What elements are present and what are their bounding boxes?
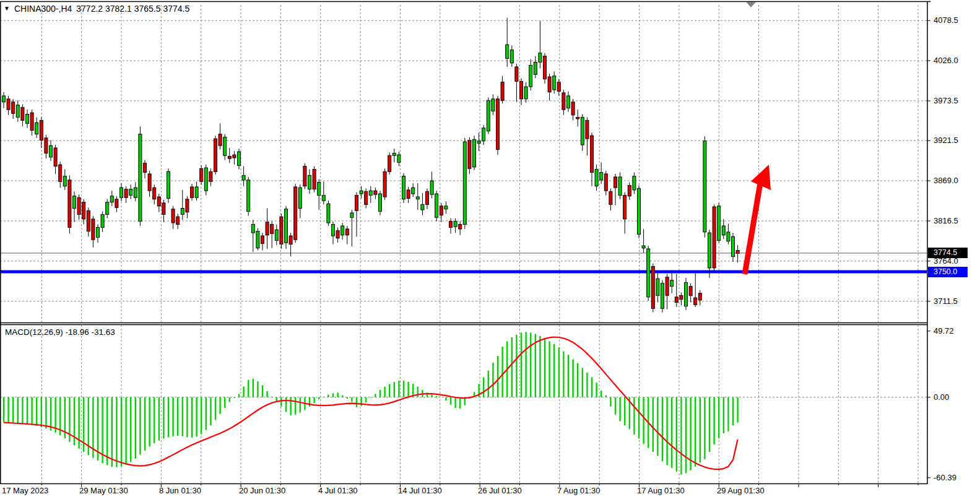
candle-bullish (482, 128, 485, 141)
time-axis-label: 4 Jul 01:30 (318, 486, 358, 495)
price-axis-label: 4026.0 (934, 56, 958, 65)
candle-bullish (97, 227, 100, 237)
candle-bullish (487, 100, 490, 131)
time-axis-label: 8 Jun 01:30 (159, 486, 201, 495)
candle-bearish (383, 171, 386, 197)
price-axis-label: 4078.5 (934, 15, 958, 25)
candle-bullish (308, 175, 311, 189)
candle-bullish (242, 175, 245, 180)
candle-bearish (92, 219, 95, 240)
candle-bullish (638, 188, 641, 234)
macd-signal-line (4, 337, 738, 470)
candle-bullish (685, 282, 688, 306)
candle-bullish (600, 172, 603, 180)
time-axis-label: 17 Aug 01:30 (637, 486, 685, 495)
macd-axis-label: 49.72 (934, 326, 954, 335)
candle-bullish (670, 280, 674, 287)
candle-bearish (40, 120, 43, 140)
candle-bearish (571, 102, 575, 115)
candle-bearish (651, 266, 654, 308)
candle-bullish (256, 232, 259, 248)
candle-bearish (68, 180, 71, 228)
chart-window: ▼ CHINA300-,H4 3772.2 3782.1 3765.5 3774… (0, 0, 980, 502)
candle-bearish (153, 188, 156, 199)
candle-bearish (191, 187, 194, 197)
candle-bearish (426, 191, 429, 204)
candle-bearish (77, 197, 80, 214)
candle-bearish (689, 287, 692, 296)
candle-bearish (176, 217, 180, 224)
candle-bullish (581, 117, 584, 144)
price-axis-label: 3973.5 (934, 96, 958, 105)
candle-bearish (12, 102, 15, 114)
candle-bearish (186, 199, 189, 212)
candle-bullish (722, 226, 725, 235)
candle-bullish (73, 196, 76, 209)
candle-bullish (492, 99, 495, 111)
candle-bullish (238, 152, 241, 165)
candle-bullish (642, 246, 645, 248)
price-axis-label: 3764.0 (934, 256, 958, 266)
candle-bearish (666, 277, 669, 296)
candle-bullish (397, 155, 401, 162)
candle-bullish (539, 53, 542, 63)
candle-bearish (124, 189, 128, 198)
candle-bullish (510, 50, 513, 63)
candle-bearish (355, 196, 358, 211)
candle-bearish (407, 190, 410, 199)
chart-canvas[interactable] (0, 0, 980, 502)
candle-bearish (365, 191, 368, 204)
candle-bearish (171, 209, 175, 223)
candle-bullish (703, 141, 706, 232)
collapse-icon[interactable]: ▼ (4, 4, 10, 13)
candle-bullish (718, 206, 721, 241)
candle-bullish (134, 188, 137, 197)
candle-bullish (26, 115, 29, 124)
macd-axis-label: -60.39 (934, 473, 956, 482)
time-axis-label: 20 Jun 01:30 (239, 486, 285, 495)
candle-bullish (35, 123, 38, 134)
candle-bearish (459, 224, 462, 228)
candle-bullish (661, 283, 664, 309)
candle-bearish (614, 177, 617, 188)
candle-bearish (219, 134, 222, 146)
candle-bullish (506, 45, 509, 58)
candle-bullish (251, 224, 254, 233)
candle-bearish (303, 167, 306, 186)
candle-bearish (313, 170, 316, 189)
candle-bullish (195, 187, 198, 197)
candle-bearish (271, 224, 274, 233)
candle-bullish (430, 181, 433, 194)
last-bar-marker-icon[interactable] (746, 2, 756, 7)
candle-bearish (497, 99, 500, 150)
time-axis-label: 26 Jul 01:30 (478, 486, 522, 495)
price-axis-label: 3921.5 (934, 136, 958, 145)
candle-bullish (435, 194, 438, 217)
candle-bullish (110, 196, 113, 202)
candle-bullish (444, 206, 448, 209)
candle-bullish (553, 76, 556, 90)
candle-bearish (162, 203, 165, 215)
time-axis-label: 14 Jul 01:30 (398, 486, 442, 495)
candle-bearish (562, 93, 565, 110)
candle-bullish (567, 96, 570, 108)
candle-bullish (322, 196, 325, 201)
candle-bullish (421, 204, 424, 210)
candle-bullish (618, 177, 622, 196)
candle-bullish (223, 137, 227, 156)
candle-bearish (680, 295, 683, 299)
candle-bullish (341, 226, 344, 235)
trend-arrow-shaft (745, 183, 760, 274)
candle-bullish (204, 168, 207, 191)
price-axis-label: 3816.5 (934, 216, 958, 225)
candle-bearish (544, 56, 547, 79)
candle-bullish (708, 233, 711, 268)
candle-bullish (392, 154, 396, 156)
candle-bullish (350, 213, 353, 217)
candle-bullish (129, 189, 132, 196)
candle-bullish (318, 183, 321, 196)
candle-bearish (233, 155, 236, 158)
candle-bearish (157, 197, 160, 206)
candle-bearish (115, 199, 118, 208)
candle-bearish (468, 141, 471, 169)
